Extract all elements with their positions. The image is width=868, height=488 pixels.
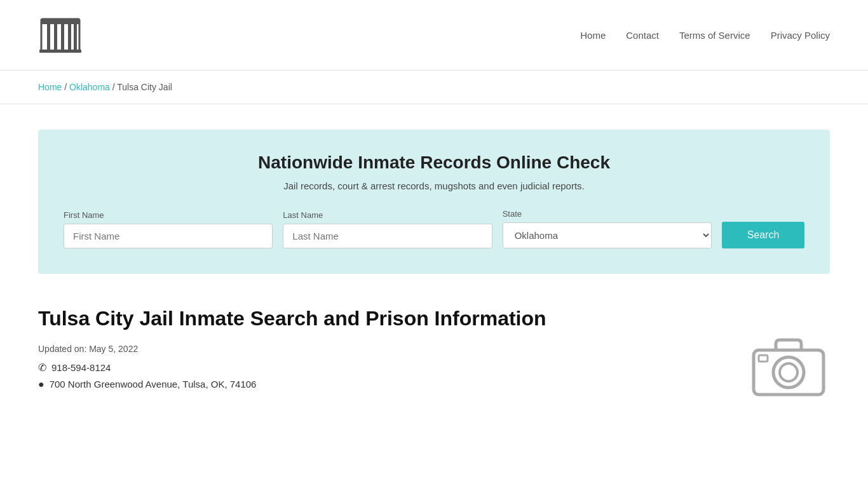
svg-point-10	[780, 363, 797, 381]
phone-icon: ✆	[38, 362, 46, 374]
camera-section	[703, 306, 830, 401]
logo-icon	[38, 13, 83, 57]
updated-date: Updated on: May 5, 2022	[38, 344, 677, 354]
svg-rect-2	[47, 24, 50, 51]
phone-number: 918-594-8124	[51, 362, 111, 373]
search-button[interactable]: Search	[722, 222, 804, 248]
location-icon: ●	[38, 379, 44, 390]
svg-rect-7	[39, 50, 81, 53]
svg-rect-6	[74, 24, 77, 51]
last-name-label: Last Name	[283, 210, 492, 220]
first-name-group: First Name	[64, 210, 273, 248]
svg-rect-4	[61, 24, 64, 51]
svg-rect-5	[68, 24, 71, 51]
site-header: Home Contact Terms of Service Privacy Po…	[0, 0, 868, 71]
search-form: First Name Last Name State Oklahoma Alab…	[64, 209, 804, 248]
nav-contact[interactable]: Contact	[626, 30, 659, 41]
svg-rect-11	[759, 355, 768, 362]
state-select[interactable]: Oklahoma Alabama Alaska Arizona Arkansas…	[503, 222, 712, 248]
breadcrumb-home[interactable]: Home	[38, 82, 62, 92]
search-banner-title: Nationwide Inmate Records Online Check	[64, 152, 804, 173]
breadcrumb-state[interactable]: Oklahoma	[69, 82, 110, 92]
nav-home[interactable]: Home	[580, 30, 606, 41]
logo[interactable]	[38, 13, 83, 57]
main-nav: Home Contact Terms of Service Privacy Po…	[580, 30, 830, 41]
search-banner: Nationwide Inmate Records Online Check J…	[38, 130, 830, 274]
breadcrumb: Home / Oklahoma / Tulsa City Jail	[0, 71, 868, 104]
breadcrumb-separator-1: /	[64, 82, 69, 92]
page-title: Tulsa City Jail Inmate Search and Prison…	[38, 306, 677, 332]
nav-privacy[interactable]: Privacy Policy	[771, 30, 830, 41]
svg-rect-1	[41, 19, 79, 24]
main-content-area: Tulsa City Jail Inmate Search and Prison…	[0, 293, 868, 439]
state-group: State Oklahoma Alabama Alaska Arizona Ar…	[503, 209, 712, 248]
first-name-input[interactable]	[64, 224, 273, 248]
svg-point-9	[773, 357, 804, 388]
breadcrumb-current: Tulsa City Jail	[117, 82, 172, 92]
search-banner-subtitle: Jail records, court & arrest records, mu…	[64, 180, 804, 191]
camera-icon	[747, 331, 830, 401]
main-content: Tulsa City Jail Inmate Search and Prison…	[38, 306, 677, 401]
first-name-label: First Name	[64, 210, 273, 220]
address-text: 700 North Greenwood Avenue, Tulsa, OK, 7…	[50, 379, 257, 390]
address-line: ● 700 North Greenwood Avenue, Tulsa, OK,…	[38, 379, 677, 390]
phone-line: ✆ 918-594-8124	[38, 362, 677, 374]
svg-rect-3	[54, 24, 57, 51]
last-name-input[interactable]	[283, 224, 492, 248]
state-label: State	[503, 209, 712, 219]
nav-terms[interactable]: Terms of Service	[679, 30, 750, 41]
last-name-group: Last Name	[283, 210, 492, 248]
